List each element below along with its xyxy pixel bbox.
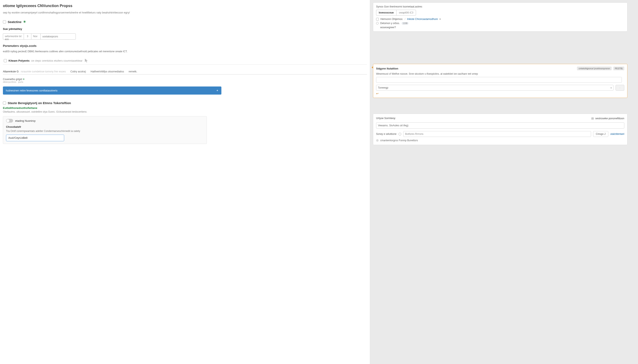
highlight-panel-hint: Wewresust cf Welfve roosve. Srve skcotom… bbox=[376, 72, 624, 75]
doc-icon: ▤ bbox=[591, 117, 594, 120]
meta-chip-1: cmtetohigrorce/ jroxlrinorsyroron bbox=[577, 66, 612, 70]
subheading-parameters: Porwnuters styojs.ccots bbox=[3, 44, 367, 48]
tab-3[interactable]: Haltheirtritttfps otsornediatiss bbox=[91, 68, 126, 74]
summary-input-value: Vewams. SivAoles oil ifeg) bbox=[378, 124, 408, 127]
checkbox-hint: ce ctepc orentotos etullers coumniasekte… bbox=[31, 59, 82, 62]
summary-panel: Urtyse Sormteoy ▤ sestroseke pononefitto… bbox=[373, 114, 627, 145]
grid-hint: dikterporttres purts bbox=[3, 81, 25, 83]
section-checkbox-icon[interactable] bbox=[3, 102, 6, 104]
subpanel-desc: Tra Omtf corermpwamtats adelter Conderma… bbox=[6, 130, 204, 132]
mini-checkbox-icon[interactable] bbox=[376, 18, 379, 20]
summary-footer-label: cmantemlorgros Fonmp Bunettors bbox=[380, 139, 418, 142]
section-checkbox-icon[interactable] bbox=[3, 20, 6, 24]
seg-2[interactable]: 3 bbox=[24, 34, 31, 40]
highlight-small-button[interactable]: · bbox=[615, 85, 624, 91]
sync-panel-title: Synos Gon thertreormi loometaat.aotres bbox=[376, 5, 624, 8]
section-state-heading: Staste Beregigtyortj on Etmns Tokertefti… bbox=[3, 101, 367, 105]
mini-row-1: Hemvonn Ohijemos: / Inleste Chroncautamo… bbox=[376, 18, 624, 20]
panel-pointer-icon bbox=[371, 66, 373, 69]
grid-label: Couenetho grtgid ✳ bbox=[3, 78, 25, 81]
highlight-panel-title: Sdgynn Itutattion bbox=[376, 67, 398, 70]
chevron-down-icon: ▾ bbox=[610, 87, 612, 89]
mini-link[interactable]: Inleste Chroncautamodhure bbox=[407, 18, 438, 20]
sparkle-icon: ✦ bbox=[216, 89, 219, 92]
toggle-label: etading Nuoniroy bbox=[15, 119, 36, 122]
highlight-panel-meta: cmtetohigrorce/ jroxlrinorsyroron PESTB| bbox=[577, 66, 624, 70]
meta-chip-2: PESTB| bbox=[613, 66, 624, 70]
pill-left[interactable]: Iovessscoue bbox=[376, 10, 396, 16]
subpanel-subheading: Chssobatefr bbox=[6, 126, 204, 128]
tab-1-label-b: . rsraumte cumdetnse tomvny frer esoes bbox=[19, 70, 66, 73]
sub-label: Sue ydmtatitey bbox=[3, 28, 367, 30]
arrow-icon: ↩ bbox=[376, 92, 624, 95]
mini-row-3: wosesegreer? bbox=[380, 26, 624, 29]
mini-row-label: wosesegreer? bbox=[380, 26, 396, 29]
summary-row-label: Sorwy e seluttione bbox=[376, 132, 396, 136]
sync-panel: Synos Gon thertreormi loometaat.aotres I… bbox=[373, 2, 627, 32]
seg-1[interactable]: seforreontre tvt aos bbox=[3, 34, 24, 40]
pill-right[interactable]: owaptl06 iC3 bbox=[396, 10, 416, 16]
required-asterisk-icon: ✳ bbox=[23, 20, 26, 24]
checkbox-icon[interactable] bbox=[4, 59, 7, 62]
summary-input[interactable]: Vewams. SivAoles oil ifeg) bbox=[376, 122, 624, 128]
summary-select[interactable]: Botfores Rrrrons bbox=[403, 131, 591, 137]
code-input[interactable]: AcaVCeyrLbBe8 bbox=[6, 134, 64, 141]
summary-footer: cmantemlorgros Fonmp Bunettors bbox=[376, 139, 624, 142]
cursor-icon bbox=[84, 58, 89, 63]
green-link[interactable]: Eutbdithonedsothofiettane bbox=[3, 106, 367, 110]
retain-policy-row[interactable]: Kiteam Polyents ce ctepc orentotos etull… bbox=[3, 56, 367, 65]
highlight-panel: Sdgynn Itutattion cmtetohigrorce/ jroxlr… bbox=[373, 64, 627, 98]
mini-radio-icon[interactable] bbox=[376, 22, 379, 24]
page-subtitle: sep hy esnitre cersenpripeyrl cortifmmsh… bbox=[3, 11, 367, 14]
status-dot-icon bbox=[376, 139, 379, 142]
tab-4[interactable]: remetk. bbox=[129, 68, 140, 74]
mini-row-label: Detomon y orbss. bbox=[380, 22, 400, 25]
tab-1[interactable]: Altarenkste G . rsraumte cumdetnse tomvn… bbox=[3, 68, 68, 74]
section-heading-label: Staste Beregigtyortj on Etmns Tokertefti… bbox=[8, 101, 71, 105]
tab-strip: Altarenkste G . rsraumte cumdetnse tomvn… bbox=[3, 68, 367, 74]
tab-2[interactable]: Cotiry acotra) bbox=[70, 68, 88, 74]
page-title: otiome lgtiyeceees CNVunction Propss bbox=[3, 4, 367, 8]
seg-3[interactable]: Nov bbox=[31, 34, 41, 40]
mini-row-2: Detomon y orbss. 115B bbox=[376, 22, 624, 25]
highlight-select[interactable]: Toreeegp ▾ bbox=[376, 85, 613, 91]
placeholder-input[interactable] bbox=[41, 34, 76, 40]
summary-button[interactable]: Cinsgo J bbox=[593, 131, 608, 137]
segmented-date-row: seforreontre tvt aos 3 Nov bbox=[3, 34, 367, 40]
toggle-switch[interactable] bbox=[6, 119, 13, 122]
help-text: eutliSi nyttog pectesE DBM1 lkerleoxams … bbox=[3, 50, 367, 53]
mini-row-label: Hemvonn Ohijemos: bbox=[380, 18, 403, 20]
summary-link[interactable]: utalctitentanl bbox=[610, 132, 624, 136]
tab-1-label-a: Altarenkste G bbox=[3, 70, 19, 73]
subpanel: etading Nuoniroy Chssobatefr Tra Omtf co… bbox=[3, 116, 207, 144]
toggle-row: etading Nuoniroy bbox=[6, 119, 204, 122]
asterisk-icon: ✳ bbox=[23, 78, 25, 81]
primary-action-label: hutinesinen retire feveoones sontllataso… bbox=[6, 89, 58, 92]
segmented-group: seforreontre tvt aos 3 Nov bbox=[3, 34, 41, 40]
section-search-heading: Seatctine ✳ bbox=[3, 20, 367, 24]
radio-icon[interactable] bbox=[398, 133, 401, 136]
highlight-input[interactable] bbox=[376, 77, 622, 83]
summary-select-value: Botfores Rrrrons bbox=[405, 132, 423, 136]
summary-head-left: Urtyse Sormteoy bbox=[376, 117, 395, 120]
pill-group: Iovessscoue owaptl06 iC3 bbox=[376, 10, 624, 16]
select-value: Toreeegp bbox=[378, 86, 388, 89]
checkbox-label: Kiteam Polyents bbox=[9, 59, 30, 62]
summary-head-right: ▤ sestroseke pononefittoon bbox=[591, 117, 624, 120]
gray-note: Okefautms. ultcoseouort. ostnletlire oty… bbox=[3, 110, 367, 113]
section-heading-label: Seatctine bbox=[8, 20, 22, 24]
mini-badge: 115B bbox=[401, 22, 409, 25]
primary-action-bar[interactable]: hutinesinen retire feveoones sontllataso… bbox=[3, 86, 222, 94]
